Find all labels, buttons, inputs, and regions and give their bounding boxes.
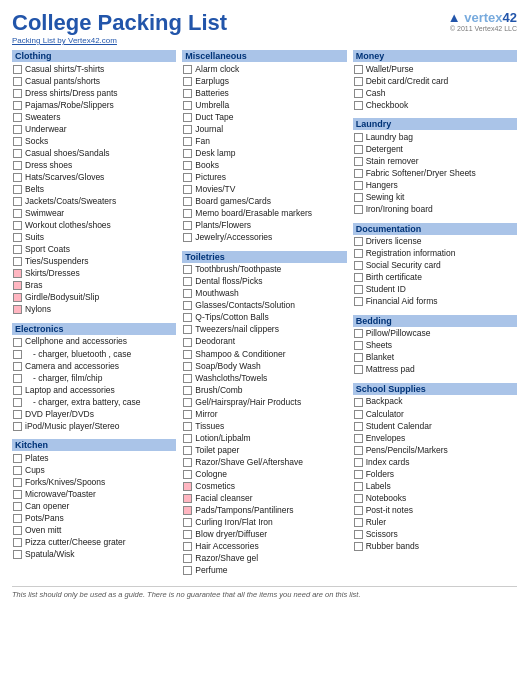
checkbox[interactable]	[13, 209, 22, 218]
checkbox[interactable]	[354, 530, 363, 539]
checkbox[interactable]	[13, 161, 22, 170]
checkbox[interactable]	[354, 329, 363, 338]
checkbox[interactable]	[13, 350, 22, 359]
checkbox[interactable]	[13, 410, 22, 419]
checkbox[interactable]	[13, 338, 22, 347]
checkbox[interactable]	[13, 245, 22, 254]
checkbox[interactable]	[183, 482, 192, 491]
checkbox[interactable]	[354, 542, 363, 551]
checkbox[interactable]	[354, 65, 363, 74]
checkbox[interactable]	[354, 518, 363, 527]
checkbox[interactable]	[13, 269, 22, 278]
checkbox[interactable]	[13, 305, 22, 314]
checkbox[interactable]	[13, 538, 22, 547]
checkbox[interactable]	[183, 458, 192, 467]
checkbox[interactable]	[183, 542, 192, 551]
checkbox[interactable]	[354, 181, 363, 190]
checkbox[interactable]	[354, 77, 363, 86]
checkbox[interactable]	[13, 137, 22, 146]
checkbox[interactable]	[13, 101, 22, 110]
checkbox[interactable]	[183, 185, 192, 194]
checkbox[interactable]	[13, 502, 22, 511]
checkbox[interactable]	[183, 289, 192, 298]
checkbox[interactable]	[183, 125, 192, 134]
checkbox[interactable]	[13, 65, 22, 74]
checkbox[interactable]	[354, 101, 363, 110]
checkbox[interactable]	[13, 113, 22, 122]
checkbox[interactable]	[183, 422, 192, 431]
checkbox[interactable]	[354, 470, 363, 479]
checkbox[interactable]	[13, 478, 22, 487]
checkbox[interactable]	[183, 137, 192, 146]
checkbox[interactable]	[183, 89, 192, 98]
checkbox[interactable]	[13, 398, 22, 407]
checkbox[interactable]	[13, 550, 22, 559]
checkbox[interactable]	[183, 566, 192, 575]
checkbox[interactable]	[183, 506, 192, 515]
checkbox[interactable]	[354, 157, 363, 166]
checkbox[interactable]	[183, 221, 192, 230]
checkbox[interactable]	[354, 410, 363, 419]
checkbox[interactable]	[13, 526, 22, 535]
checkbox[interactable]	[13, 514, 22, 523]
checkbox[interactable]	[183, 470, 192, 479]
checkbox[interactable]	[354, 446, 363, 455]
checkbox[interactable]	[13, 125, 22, 134]
checkbox[interactable]	[354, 145, 363, 154]
checkbox[interactable]	[354, 193, 363, 202]
checkbox[interactable]	[13, 374, 22, 383]
checkbox[interactable]	[183, 374, 192, 383]
checkbox[interactable]	[183, 398, 192, 407]
checkbox[interactable]	[354, 398, 363, 407]
checkbox[interactable]	[13, 386, 22, 395]
checkbox[interactable]	[354, 494, 363, 503]
checkbox[interactable]	[183, 313, 192, 322]
checkbox[interactable]	[13, 293, 22, 302]
checkbox[interactable]	[183, 554, 192, 563]
checkbox[interactable]	[354, 261, 363, 270]
checkbox[interactable]	[183, 173, 192, 182]
checkbox[interactable]	[354, 169, 363, 178]
checkbox[interactable]	[354, 249, 363, 258]
subtitle-link[interactable]: Packing List by Vertex42.com	[12, 36, 227, 45]
checkbox[interactable]	[13, 221, 22, 230]
checkbox[interactable]	[13, 77, 22, 86]
checkbox[interactable]	[183, 350, 192, 359]
checkbox[interactable]	[183, 197, 192, 206]
checkbox[interactable]	[183, 65, 192, 74]
checkbox[interactable]	[354, 365, 363, 374]
checkbox[interactable]	[183, 301, 192, 310]
checkbox[interactable]	[183, 410, 192, 419]
checkbox[interactable]	[183, 277, 192, 286]
checkbox[interactable]	[354, 89, 363, 98]
checkbox[interactable]	[183, 446, 192, 455]
checkbox[interactable]	[183, 113, 192, 122]
checkbox[interactable]	[13, 197, 22, 206]
checkbox[interactable]	[183, 518, 192, 527]
checkbox[interactable]	[354, 434, 363, 443]
checkbox[interactable]	[354, 422, 363, 431]
checkbox[interactable]	[13, 89, 22, 98]
checkbox[interactable]	[354, 285, 363, 294]
checkbox[interactable]	[354, 273, 363, 282]
checkbox[interactable]	[183, 161, 192, 170]
checkbox[interactable]	[13, 422, 22, 431]
checkbox[interactable]	[183, 209, 192, 218]
checkbox[interactable]	[183, 77, 192, 86]
checkbox[interactable]	[354, 133, 363, 142]
checkbox[interactable]	[13, 233, 22, 242]
checkbox[interactable]	[183, 149, 192, 158]
checkbox[interactable]	[183, 338, 192, 347]
checkbox[interactable]	[354, 237, 363, 246]
checkbox[interactable]	[183, 233, 192, 242]
checkbox[interactable]	[13, 257, 22, 266]
checkbox[interactable]	[13, 173, 22, 182]
checkbox[interactable]	[13, 362, 22, 371]
checkbox[interactable]	[183, 265, 192, 274]
checkbox[interactable]	[354, 205, 363, 214]
checkbox[interactable]	[13, 490, 22, 499]
checkbox[interactable]	[13, 149, 22, 158]
checkbox[interactable]	[354, 506, 363, 515]
checkbox[interactable]	[13, 466, 22, 475]
checkbox[interactable]	[183, 434, 192, 443]
